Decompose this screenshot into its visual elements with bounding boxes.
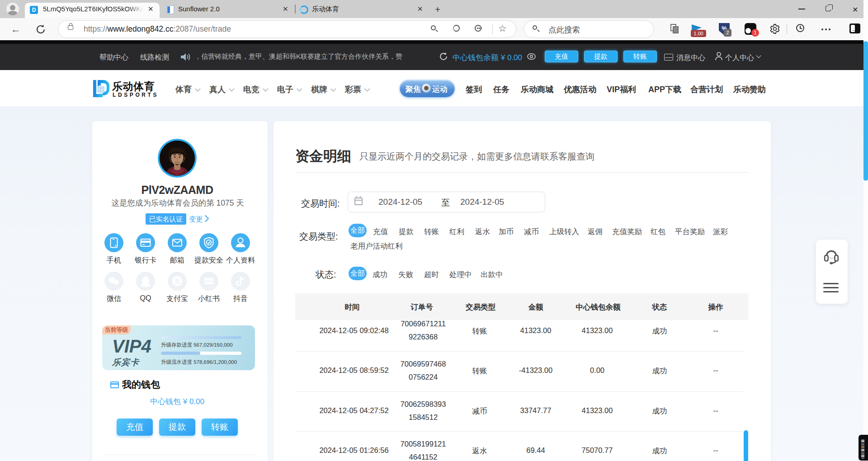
svg-text:HOTS: HOTS	[205, 280, 213, 283]
svg-text:支: 支	[174, 278, 181, 285]
